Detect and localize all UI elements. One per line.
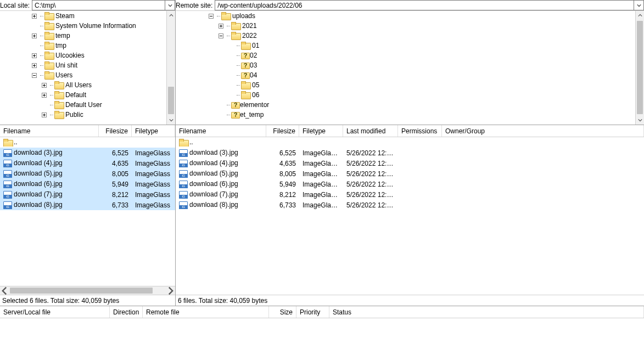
folder-icon (44, 42, 53, 49)
expand-toggle[interactable] (31, 62, 38, 69)
tree-item[interactable]: ?03 (176, 60, 635, 70)
parent-dir-row[interactable]: .. (0, 137, 175, 148)
scroll-thumb[interactable] (10, 288, 153, 294)
scroll-left-icon[interactable] (0, 286, 9, 295)
tree-item[interactable]: ?02 (176, 50, 635, 60)
local-list-hscroll[interactable] (0, 286, 175, 295)
expand-toggle[interactable] (31, 13, 38, 20)
scroll-down-icon[interactable] (167, 116, 175, 125)
remote-path-input[interactable] (215, 0, 634, 10)
tree-item[interactable]: Steam (0, 11, 166, 21)
tree-item[interactable]: uploads (176, 11, 635, 21)
tree-item[interactable]: Default (0, 90, 166, 100)
file-size: 4,635 (99, 160, 132, 167)
expand-toggle[interactable] (217, 111, 225, 119)
file-name: download (4).jpg (14, 159, 63, 167)
expand-toggle[interactable] (31, 42, 38, 49)
file-row[interactable]: download (4).jpg4,635ImageGlass (0, 158, 175, 168)
col-priority[interactable]: Priority (296, 306, 329, 318)
file-row[interactable]: download (7).jpg8,212ImageGlass (0, 189, 175, 200)
tree-item[interactable]: ?et_temp (176, 110, 635, 120)
col-filename[interactable]: Filename (176, 125, 266, 137)
tree-item[interactable]: tmp (0, 41, 166, 50)
col-status[interactable]: Status (329, 306, 644, 318)
file-row[interactable]: download (3).jpg6,525ImageGlas...5/26/20… (176, 148, 644, 158)
tree-item[interactable]: 2022 (176, 31, 635, 41)
queue-body[interactable] (0, 318, 644, 349)
file-row[interactable]: download (6).jpg5,949ImageGlas...5/26/20… (176, 179, 644, 189)
file-size: 6,733 (266, 201, 299, 209)
tree-item[interactable]: 01 (176, 41, 635, 50)
file-row[interactable]: download (3).jpg6,525ImageGlass (0, 148, 175, 158)
tree-item[interactable]: ?elementor (176, 100, 635, 110)
col-filesize[interactable]: Filesize (266, 125, 299, 137)
expand-toggle[interactable] (41, 92, 48, 99)
tree-item[interactable]: 2021 (176, 21, 635, 31)
file-row[interactable]: download (5).jpg8,005ImageGlas...5/26/20… (176, 168, 644, 179)
remote-tree[interactable]: uploads2021202201?02?03?040506?elementor… (176, 11, 635, 125)
col-filetype[interactable]: Filetype (132, 125, 175, 137)
expand-toggle[interactable] (217, 32, 225, 40)
col-size[interactable]: Size (269, 306, 296, 318)
tree-item[interactable]: Users (0, 70, 166, 80)
col-direction[interactable]: Direction (110, 306, 143, 318)
file-row[interactable]: download (8).jpg6,733ImageGlas...5/26/20… (176, 200, 644, 210)
col-filesize[interactable]: Filesize (99, 125, 132, 137)
tree-item[interactable]: Public (0, 110, 166, 120)
tree-item[interactable]: UIcookies (0, 50, 166, 60)
tree-item[interactable]: 06 (176, 90, 635, 100)
col-last-modified[interactable]: Last modified (343, 125, 398, 137)
local-tree[interactable]: SteamSystem Volume InformationtemptmpUIc… (0, 11, 166, 125)
expand-toggle[interactable] (208, 13, 215, 20)
col-server-local[interactable]: Server/Local file (0, 306, 110, 318)
expand-toggle[interactable] (227, 42, 234, 49)
col-filename[interactable]: Filename (0, 125, 99, 137)
tree-item[interactable]: 05 (176, 80, 635, 90)
col-owner-group[interactable]: Owner/Group (442, 125, 644, 137)
scroll-thumb[interactable] (637, 21, 643, 114)
file-row[interactable]: download (5).jpg8,005ImageGlass (0, 168, 175, 179)
tree-item[interactable]: ?04 (176, 70, 635, 80)
expand-toggle[interactable] (227, 82, 234, 89)
local-path-input[interactable] (32, 0, 165, 10)
file-row[interactable]: download (7).jpg8,212ImageGlas...5/26/20… (176, 189, 644, 200)
expand-toggle[interactable] (41, 111, 48, 119)
local-path-dropdown[interactable] (165, 0, 175, 10)
file-row[interactable]: download (4).jpg4,635ImageGlas...5/26/20… (176, 158, 644, 168)
expand-toggle[interactable] (227, 62, 234, 69)
expand-toggle[interactable] (217, 102, 225, 109)
expand-toggle[interactable] (31, 52, 38, 59)
col-filetype[interactable]: Filetype (299, 125, 343, 137)
file-row[interactable]: download (8).jpg6,733ImageGlass (0, 200, 175, 210)
local-tree-scrollbar[interactable] (166, 11, 175, 125)
file-type: ImageGlas... (299, 149, 343, 157)
scroll-right-icon[interactable] (166, 286, 175, 295)
remote-tree-scrollbar[interactable] (635, 11, 644, 125)
local-file-list[interactable]: ..download (3).jpg6,525ImageGlassdownloa… (0, 137, 175, 286)
scroll-thumb[interactable] (168, 87, 174, 114)
tree-item[interactable]: temp (0, 31, 166, 41)
tree-item[interactable]: Uni shit (0, 60, 166, 70)
expand-toggle[interactable] (227, 72, 234, 79)
expand-toggle[interactable] (227, 52, 234, 59)
remote-path-dropdown[interactable] (634, 0, 644, 10)
file-row[interactable]: download (6).jpg5,949ImageGlass (0, 179, 175, 189)
tree-item[interactable]: Default User (0, 100, 166, 110)
expand-toggle[interactable] (31, 72, 38, 79)
expand-toggle[interactable] (227, 92, 234, 99)
tree-item[interactable]: System Volume Information (0, 21, 166, 31)
expand-toggle[interactable] (217, 22, 225, 30)
scroll-up-icon[interactable] (636, 11, 644, 20)
col-remote-file[interactable]: Remote file (143, 306, 269, 318)
tree-item[interactable]: All Users (0, 80, 166, 90)
scroll-down-icon[interactable] (636, 116, 644, 125)
parent-dir-row[interactable]: .. (176, 137, 644, 148)
expand-toggle[interactable] (31, 32, 38, 40)
expand-toggle[interactable] (31, 22, 38, 30)
remote-file-list[interactable]: ..download (3).jpg6,525ImageGlas...5/26/… (176, 137, 644, 295)
scroll-up-icon[interactable] (167, 11, 175, 20)
local-list-header: Filename Filesize Filetype (0, 125, 175, 137)
col-permissions[interactable]: Permissions (398, 125, 442, 137)
expand-toggle[interactable] (41, 82, 48, 89)
expand-toggle[interactable] (41, 102, 48, 109)
